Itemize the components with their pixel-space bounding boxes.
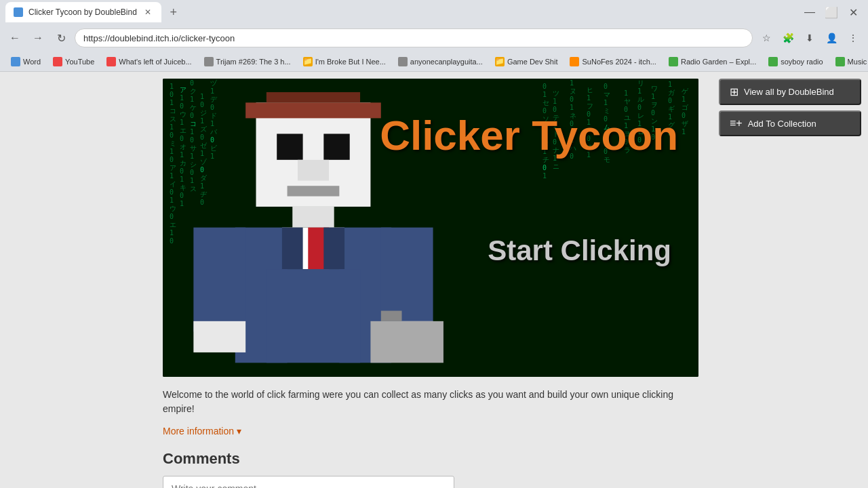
extensions-icon[interactable]: 🧩 [778,28,797,47]
svg-text:1: 1 [170,99,174,106]
bookmark-label: Trijam #269: The 3 h... [216,58,291,66]
bookmark-label: SuNoFes 2024 - itch... [582,58,656,66]
back-button[interactable]: ← [5,28,24,47]
comment-input[interactable] [163,476,454,488]
minimize-button[interactable]: — [800,3,819,22]
svg-text:0: 0 [170,131,174,139]
bookmark-label: YouTube [65,58,94,66]
bookmark-youtube[interactable]: YouTube [47,55,100,68]
game-subtitle: Start Clicking [488,235,671,267]
navigation-bar: ← → ↻ https://doublebind.itch.io/clicker… [0,24,868,52]
svg-text:1: 1 [170,83,174,90]
tab-close-button[interactable]: ✕ [142,7,153,18]
bookmark-favicon [768,57,778,66]
reload-button[interactable]: ↻ [52,28,71,47]
bookmark-favicon [204,57,214,66]
svg-text:コ: コ [170,107,176,115]
bookmark-radiogarden[interactable]: Radio Garden – Expl... [663,55,762,68]
profile-icon[interactable]: 👤 [822,28,841,47]
svg-rect-177 [193,321,245,352]
svg-text:1: 1 [587,94,591,102]
new-tab-button[interactable]: + [164,3,183,22]
bookmark-label: Game Dev Shit [507,58,558,66]
svg-text:ミ: ミ [170,140,176,147]
download-icon[interactable]: ⬇ [800,28,819,47]
bookmark-favicon: 📁 [303,57,313,66]
add-collection-button[interactable]: ≡+ Add To Collection [719,110,861,136]
svg-text:1: 1 [604,99,608,106]
svg-text:1: 1 [570,104,574,111]
bookmark-favicon [570,57,579,66]
view-all-label: View all by DoubleBind [744,87,834,97]
bookmark-label: Radio Garden – Expl... [681,58,756,66]
bookmark-word[interactable]: Word [5,55,46,68]
svg-rect-172 [267,269,360,363]
svg-text:ザ: ザ [682,120,688,127]
svg-rect-162 [267,92,360,102]
svg-text:1: 1 [668,81,672,88]
restore-button[interactable]: ⬜ [822,3,841,22]
svg-text:0: 0 [170,156,174,163]
svg-text:0: 0 [170,188,174,196]
close-window-button[interactable]: ✕ [844,3,863,22]
svg-text:1: 1 [624,89,628,97]
bookmark-guitar[interactable]: anyonecanplayguita... [393,55,488,68]
view-all-button[interactable]: ⊞ View all by DoubleBind [719,79,861,105]
svg-text:ガ: ガ [668,89,675,96]
svg-text:セ: セ [542,99,549,106]
svg-text:ス: ス [170,115,176,123]
svg-rect-161 [245,102,381,118]
page-content: .mc { font-family: monospace; font-size:… [0,72,868,488]
svg-text:エ: エ [170,221,176,228]
more-options-icon[interactable]: ⋮ [844,28,863,47]
svg-text:ウ: ウ [170,205,176,212]
bookmark-label: soyboy radio [781,58,823,66]
forward-button[interactable]: → [28,28,47,47]
bookmark-star-icon[interactable]: ☆ [757,28,776,47]
svg-text:ア: ア [170,164,176,171]
svg-text:0: 0 [570,96,574,103]
svg-rect-167 [292,207,334,228]
bookmark-gamedev[interactable]: 📁 Game Dev Shit [490,55,564,68]
svg-text:ニ: ニ [553,163,559,170]
chevron-down-icon: ▾ [237,426,241,436]
main-area: .mc { font-family: monospace; font-size:… [0,72,868,488]
svg-rect-180 [381,311,402,321]
svg-text:ヅ: ヅ [210,79,218,87]
bookmark-music[interactable]: Music like The Micr... [830,55,868,68]
svg-text:0: 0 [170,237,174,245]
bookmark-sunofes[interactable]: SuNoFes 2024 - itch... [564,55,661,68]
game-banner: .mc { font-family: monospace; font-size:… [163,79,698,377]
svg-text:0: 0 [542,83,547,90]
bookmark-soyboy[interactable]: soyboy radio [763,55,828,68]
svg-text:0: 0 [170,213,174,220]
svg-text:ヤ: ヤ [624,98,631,105]
bookmark-favicon: 📁 [495,57,505,66]
bookmark-favicon [835,57,845,66]
svg-text:フ: フ [587,102,593,110]
title-bar: Clicker Tycoon by DoubleBind ✕ + — ⬜ ✕ [0,0,868,24]
svg-text:ゲ: ゲ [682,87,689,95]
bookmark-label: Music like The Micr... [848,58,868,66]
svg-rect-173 [282,228,303,269]
svg-rect-163 [277,134,302,159]
bookmark-label: What's left of Juiceb... [119,58,191,66]
bookmark-juicebox[interactable]: What's left of Juiceb... [101,55,197,68]
svg-text:1: 1 [682,128,686,136]
more-information-link[interactable]: More information ▾ [163,426,705,436]
bookmark-favicon [669,57,678,66]
browser-nav-icons: ☆ 🧩 ⬇ 👤 ⋮ [757,28,863,47]
bookmark-broke[interactable]: 📁 I'm Broke But I Nee... [298,55,391,68]
address-bar[interactable]: https://doublebind.itch.io/clicker-tycoo… [75,28,753,47]
svg-rect-166 [288,186,340,196]
browser-tab[interactable]: Clicker Tycoon by DoubleBind ✕ [5,2,161,22]
game-description: Welcome to the world of click farming we… [163,388,705,416]
bookmark-favicon [11,57,20,66]
svg-text:ル: ル [637,96,644,103]
center-content: .mc { font-family: monospace; font-size:… [163,79,705,488]
svg-text:1: 1 [542,172,547,180]
browser-window: Clicker Tycoon by DoubleBind ✕ + — ⬜ ✕ ←… [0,0,868,488]
svg-text:0: 0 [190,79,194,87]
tab-favicon [14,7,23,17]
bookmark-trijam[interactable]: Trijam #269: The 3 h... [199,55,296,68]
